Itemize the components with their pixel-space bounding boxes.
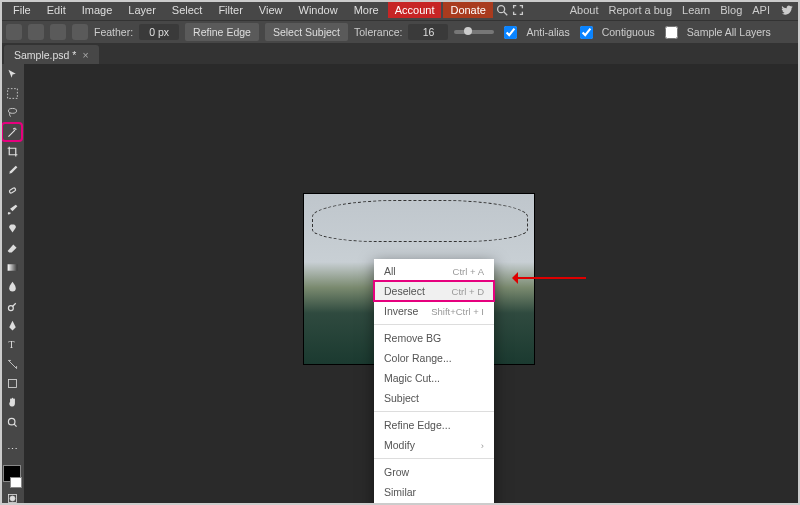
menu-item-label: Similar	[384, 486, 416, 498]
close-icon[interactable]: ×	[82, 49, 88, 61]
menu-view[interactable]: View	[252, 2, 290, 18]
menu-item-label: All	[384, 265, 396, 277]
menu-item-label: Subject	[384, 392, 419, 404]
menu-item-modify[interactable]: Modify›	[374, 435, 494, 455]
tool-pen[interactable]	[3, 317, 21, 333]
canvas-area[interactable]: AllCtrl + ADeselectCtrl + DInverseShift+…	[24, 64, 800, 505]
background-color[interactable]	[10, 477, 22, 488]
antialias-label: Anti-alias	[526, 26, 569, 38]
menu-separator	[374, 411, 494, 412]
tool-gradient[interactable]	[3, 259, 21, 275]
selection-mode-intersect[interactable]	[72, 24, 88, 40]
menu-item-inverse[interactable]: InverseShift+Ctrl + I	[374, 301, 494, 321]
menu-item-deselect[interactable]: DeselectCtrl + D	[374, 281, 494, 301]
tool-hand[interactable]	[3, 395, 21, 411]
tool-clone[interactable]	[3, 221, 21, 237]
select-subject-button[interactable]: Select Subject	[265, 23, 348, 41]
tool-move[interactable]	[3, 66, 21, 82]
tool-text[interactable]: T	[3, 337, 21, 353]
quickmask-icon[interactable]	[3, 491, 21, 505]
tool-blur[interactable]	[3, 279, 21, 295]
menu-item-subject[interactable]: Subject	[374, 388, 494, 408]
link-learn[interactable]: Learn	[682, 4, 710, 16]
menu-account[interactable]: Account	[388, 2, 442, 18]
menubar-right: About Report a bug Learn Blog API	[570, 3, 794, 17]
tab-bar: Sample.psd * ×	[0, 43, 800, 66]
menu-item-similar[interactable]: Similar	[374, 482, 494, 502]
menu-item-grow[interactable]: Grow	[374, 462, 494, 482]
tool-eraser[interactable]	[3, 240, 21, 256]
menu-donate[interactable]: Donate	[443, 2, 492, 18]
tool-eyedropper[interactable]	[3, 163, 21, 179]
tool-path[interactable]	[3, 356, 21, 372]
tool-heal[interactable]	[3, 182, 21, 198]
svg-line-1	[504, 12, 508, 16]
tolerance-slider[interactable]	[454, 30, 494, 34]
selection-mode-subtract[interactable]	[50, 24, 66, 40]
chevron-right-icon: ›	[481, 440, 484, 451]
refine-edge-button[interactable]: Refine Edge	[185, 23, 259, 41]
link-about[interactable]: About	[570, 4, 599, 16]
menu-image[interactable]: Image	[75, 2, 120, 18]
menu-item-color-range-[interactable]: Color Range...	[374, 348, 494, 368]
svg-rect-4	[8, 187, 15, 193]
menu-item-remove-bg[interactable]: Remove BG	[374, 328, 494, 348]
menu-item-label: Modify	[384, 439, 415, 451]
feather-value[interactable]: 0 px	[139, 24, 179, 40]
antialias-checkbox[interactable]	[504, 26, 517, 39]
document-tab[interactable]: Sample.psd * ×	[4, 45, 99, 65]
tool-wand[interactable]	[3, 124, 21, 140]
tool-shape[interactable]	[3, 375, 21, 391]
menu-item-label: Color Range...	[384, 352, 452, 364]
tool-sidebar: T ⋯	[0, 64, 24, 505]
tolerance-label: Tolerance:	[354, 26, 402, 38]
menu-item-label: Inverse	[384, 305, 418, 317]
tool-crop[interactable]	[3, 143, 21, 159]
link-api[interactable]: API	[752, 4, 770, 16]
svg-line-10	[14, 424, 16, 426]
fullscreen-icon[interactable]	[511, 3, 525, 17]
tool-dodge[interactable]	[3, 298, 21, 314]
menu-window[interactable]: Window	[292, 2, 345, 18]
contiguous-label: Contiguous	[602, 26, 655, 38]
dots-icon[interactable]: ⋯	[3, 442, 21, 458]
menu-item-label: Remove BG	[384, 332, 441, 344]
menu-file[interactable]: File	[6, 2, 38, 18]
menu-separator	[374, 324, 494, 325]
svg-point-12	[10, 496, 15, 501]
menu-layer[interactable]: Layer	[121, 2, 163, 18]
contiguous-checkbox[interactable]	[580, 26, 593, 39]
menubar: File Edit Image Layer Select Filter View…	[0, 0, 800, 20]
tab-title: Sample.psd *	[14, 49, 76, 61]
link-report[interactable]: Report a bug	[608, 4, 672, 16]
tool-zoom[interactable]	[3, 414, 21, 430]
tolerance-value[interactable]: 16	[408, 24, 448, 40]
menu-item-label: Refine Edge...	[384, 419, 451, 431]
svg-rect-2	[7, 89, 17, 99]
menu-item-magic-cut-[interactable]: Magic Cut...	[374, 368, 494, 388]
sample-all-checkbox[interactable]	[665, 26, 678, 39]
selection-mode-add[interactable]	[28, 24, 44, 40]
menu-item-refine-edge-[interactable]: Refine Edge...	[374, 415, 494, 435]
feather-label: Feather:	[94, 26, 133, 38]
sample-all-label: Sample All Layers	[687, 26, 771, 38]
svg-text:T: T	[8, 339, 14, 350]
search-icon[interactable]	[495, 3, 509, 17]
tool-lasso[interactable]	[3, 105, 21, 121]
menu-edit[interactable]: Edit	[40, 2, 73, 18]
tool-brush[interactable]	[3, 201, 21, 217]
menu-item-all[interactable]: AllCtrl + A	[374, 261, 494, 281]
menu-filter[interactable]: Filter	[211, 2, 249, 18]
tool-marquee[interactable]	[3, 85, 21, 101]
selection-mode-new[interactable]	[6, 24, 22, 40]
menu-item-label: Grow	[384, 466, 409, 478]
menu-select[interactable]: Select	[165, 2, 210, 18]
svg-rect-5	[7, 264, 17, 271]
menu-more[interactable]: More	[347, 2, 386, 18]
link-blog[interactable]: Blog	[720, 4, 742, 16]
menu-item-label: Magic Cut...	[384, 372, 440, 384]
twitter-icon[interactable]	[780, 3, 794, 17]
annotation-arrow	[514, 277, 586, 279]
menu-item-label: Deselect	[384, 285, 425, 297]
menu-item-shortcut: Ctrl + D	[452, 286, 484, 297]
